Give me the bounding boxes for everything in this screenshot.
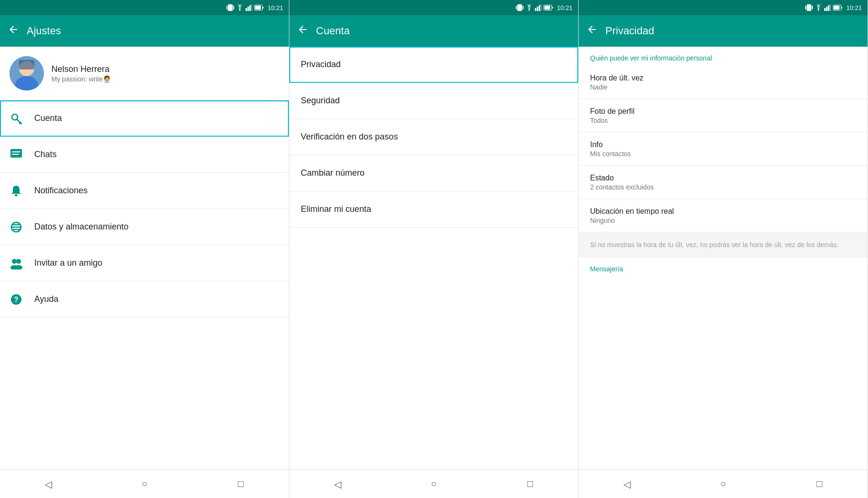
svg-rect-50 <box>830 4 831 11</box>
menu-item-cuenta[interactable]: Cuenta <box>0 100 289 137</box>
status-bar-1: 10:21 <box>0 0 289 15</box>
battery-icon-3 <box>833 5 842 10</box>
svg-rect-4 <box>246 8 247 11</box>
vibrate-icon <box>227 4 234 11</box>
svg-rect-34 <box>523 6 523 10</box>
toolbar-title-3: Privacidad <box>605 25 860 37</box>
back-button-1[interactable] <box>8 24 19 38</box>
wifi-icon-3 <box>815 4 822 11</box>
menu-item-ayuda[interactable]: ? Ayuda <box>0 281 289 318</box>
svg-marker-21 <box>11 158 14 160</box>
nav-bar-2: ◁ ○ □ <box>289 469 578 498</box>
toolbar-title-2: Cuenta <box>316 25 571 37</box>
toolbar-2: Cuenta <box>289 15 578 47</box>
svg-rect-49 <box>828 5 829 11</box>
signal-icon-2 <box>535 4 542 11</box>
status-bar-2: 10:21 <box>289 0 578 15</box>
account-label-verificacion: Verificación en dos pasos <box>301 132 398 142</box>
back-button-3[interactable] <box>586 24 598 38</box>
svg-rect-7 <box>251 4 252 11</box>
svg-rect-33 <box>516 6 517 10</box>
svg-point-28 <box>16 259 21 264</box>
nav-back-3[interactable]: ◁ <box>612 475 641 494</box>
nav-recents-1[interactable]: □ <box>227 475 255 494</box>
account-item-privacidad[interactable]: Privacidad <box>289 47 578 83</box>
chat-icon <box>10 148 23 161</box>
nav-recents-2[interactable]: □ <box>516 475 544 494</box>
signal-icon-3 <box>824 4 831 11</box>
nav-back-1[interactable]: ◁ <box>34 475 62 494</box>
account-item-verificacion[interactable]: Verificación en dos pasos <box>289 119 578 155</box>
status-time-3: 10:21 <box>846 4 862 11</box>
account-item-cambiar[interactable]: Cambiar número <box>289 155 578 191</box>
privacy-note-text: Si no muestras la hora de tu últ. vez, n… <box>590 240 856 250</box>
bell-icon <box>10 184 23 198</box>
nav-bar-1: ◁ ○ □ <box>0 469 289 498</box>
status-bar-3: 10:21 <box>579 0 868 15</box>
svg-point-22 <box>15 194 18 196</box>
privacy-item-foto[interactable]: Foto de perfil Todos <box>579 99 868 132</box>
avatar-image <box>10 56 44 90</box>
battery-icon <box>254 5 264 10</box>
vibrate-icon-2 <box>516 4 523 11</box>
profile-section[interactable]: Nelson Herrera My passion: write🧑‍💼 <box>0 47 289 100</box>
nav-recents-3[interactable]: □ <box>805 475 834 494</box>
svg-rect-5 <box>247 7 249 11</box>
menu-label-notificaciones: Notificaciones <box>34 186 88 196</box>
svg-rect-48 <box>826 7 828 11</box>
menu-label-datos: Datos y almacenamiento <box>34 222 128 232</box>
privacy-subtitle-estado: 2 contactos excluidos <box>590 183 856 191</box>
svg-rect-45 <box>807 4 811 11</box>
svg-rect-52 <box>834 6 839 10</box>
svg-rect-40 <box>541 4 542 11</box>
account-label-seguridad: Seguridad <box>301 96 340 106</box>
svg-rect-9 <box>255 6 261 10</box>
account-label-eliminar: Eliminar mi cuenta <box>301 204 371 214</box>
menu-item-chats[interactable]: Chats <box>0 137 289 173</box>
wifi-icon <box>236 4 244 11</box>
svg-point-36 <box>529 10 530 11</box>
profile-info: Nelson Herrera My passion: write🧑‍💼 <box>51 64 279 83</box>
privacy-item-info[interactable]: Info Mis contactos <box>579 132 868 166</box>
privacy-item-ubicacion[interactable]: Ubicación en tiempo real Ninguno <box>579 199 868 232</box>
key-icon <box>10 112 23 125</box>
cuenta-panel: 10:21 Cuenta Privacidad Seguridad Verifi… <box>289 0 579 498</box>
privacy-item-hora[interactable]: Hora de últ. vez Nadie <box>579 66 868 99</box>
account-label-privacidad: Privacidad <box>301 60 341 70</box>
svg-rect-39 <box>539 5 540 11</box>
status-time-1: 10:21 <box>267 4 283 11</box>
status-icons-3: 10:21 <box>805 4 862 11</box>
privacy-subtitle-info: Mis contactos <box>590 150 856 158</box>
account-item-eliminar[interactable]: Eliminar mi cuenta <box>289 191 578 228</box>
account-item-seguridad[interactable]: Seguridad <box>289 83 578 119</box>
svg-point-27 <box>12 259 17 264</box>
nav-home-3[interactable]: ○ <box>709 475 737 494</box>
nav-back-2[interactable]: ◁ <box>323 475 352 494</box>
svg-rect-43 <box>805 6 806 10</box>
menu-label-ayuda: Ayuda <box>34 294 59 304</box>
toolbar-3: Privacidad <box>579 15 868 47</box>
nav-home-2[interactable]: ○ <box>419 475 448 494</box>
mensajeria-header: Mensajería <box>579 258 868 277</box>
privacy-subtitle-ubicacion: Ninguno <box>590 217 856 224</box>
privacy-title-foto: Foto de perfil <box>590 107 856 116</box>
privacy-item-estado[interactable]: Estado 2 contactos excluidos <box>579 166 868 199</box>
menu-item-invitar[interactable]: Invitar a un amigo <box>0 245 289 281</box>
svg-point-46 <box>818 10 819 11</box>
svg-rect-38 <box>537 7 538 11</box>
nav-home-1[interactable]: ○ <box>130 475 158 494</box>
menu-item-notificaciones[interactable]: Notificaciones <box>0 173 289 209</box>
profile-status: My passion: write🧑‍💼 <box>51 75 279 83</box>
menu-item-datos[interactable]: Datos y almacenamiento <box>0 209 289 245</box>
menu-label-chats: Chats <box>34 149 57 159</box>
battery-icon-2 <box>543 5 553 10</box>
back-button-2[interactable] <box>297 24 308 38</box>
privacy-note: Si no muestras la hora de tu últ. vez, n… <box>579 232 868 258</box>
profile-name: Nelson Herrera <box>51 64 279 74</box>
privacidad-panel: 10:21 Privacidad Quién puede ver mi info… <box>579 0 868 498</box>
svg-rect-18 <box>10 149 22 158</box>
svg-rect-2 <box>228 4 233 11</box>
svg-rect-13 <box>19 60 34 70</box>
privacy-title-ubicacion: Ubicación en tiempo real <box>590 207 856 216</box>
svg-rect-47 <box>824 8 826 11</box>
